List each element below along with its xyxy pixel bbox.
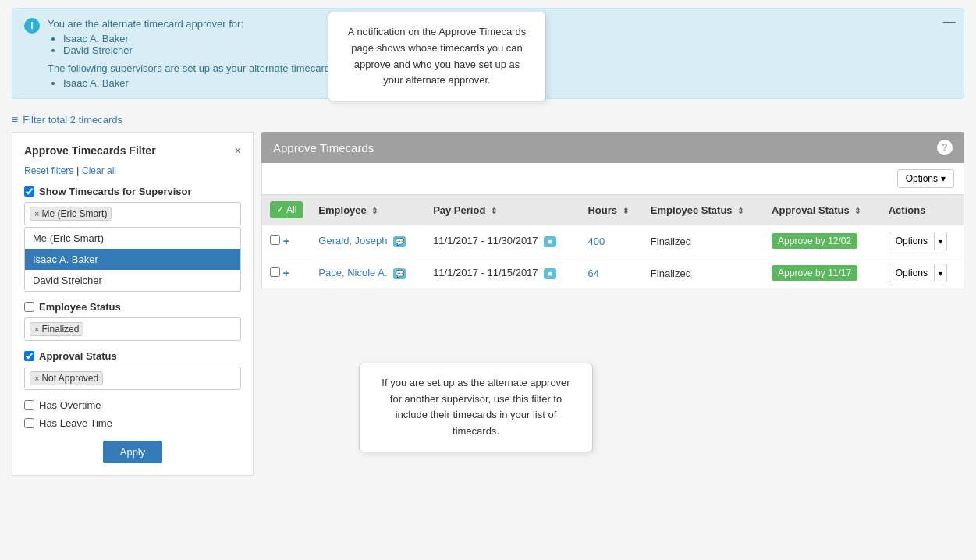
notification-close-button[interactable]: — [943,15,956,29]
row0-options-wrap: Options ▾ [889,232,956,250]
table-header-bar: Approve Timecards ? [261,132,964,163]
approval-status-tag-remove[interactable]: × [34,374,39,383]
approval-status-section: Approval Status × Not Approved [24,350,241,390]
row1-checkbox[interactable] [270,267,280,277]
row1-checkbox-cell: + [262,257,311,289]
employee-status-section: Employee Status × Finalized [24,301,241,341]
row1-employee: Pace, Nicole A. 💬 [311,257,425,289]
row1-hours: 64 [580,257,642,289]
options-caret-icon: ▾ [941,173,946,184]
row0-checkbox-cell: + [262,225,311,257]
row0-hours: 400 [580,225,642,257]
filter-panel-title: Approve Timecards Filter [24,144,156,157]
row1-approve-badge: Approve by 11/17 [772,265,857,281]
row0-employee: Gerald, Joseph 💬 [311,225,425,257]
table-title: Approve Timecards [273,141,374,154]
pay-period-sort-icon[interactable]: ⇕ [491,207,497,215]
row0-pay-period: 11/1/2017 - 11/30/2017 ■ [425,225,580,257]
has-overtime-checkbox[interactable] [24,400,34,410]
row0-options-caret[interactable]: ▾ [935,232,947,250]
supervisor-dropdown: Me (Eric Smart) Isaac A. Baker David Str… [24,227,241,292]
row1-employee-link[interactable]: Pace, Nicole A. [318,267,387,278]
notif-approver-1[interactable]: David Streicher [63,44,133,56]
row1-approval-status: Approve by 11/17 [764,257,881,289]
row1-chat-icon: 💬 [393,268,406,279]
row0-actions: Options ▾ [881,225,964,257]
supervisor-tag-remove[interactable]: × [34,209,39,218]
supervisor-tag[interactable]: × Me (Eric Smart) [30,207,112,221]
emp-status-sort-icon[interactable]: ⇕ [737,207,744,215]
th-checkbox: ✓ All [262,195,311,225]
has-leave-checkbox[interactable] [24,418,34,428]
hours-sort-icon[interactable]: ⇕ [623,207,629,215]
employee-status-input-wrap[interactable]: × Finalized [24,317,241,341]
tooltip-top: A notification on the Approve Timecards … [328,12,546,101]
row0-emp-status: Finalized [643,225,764,257]
employee-sort-icon[interactable]: ⇕ [371,207,378,215]
row0-approval-status: Approve by 12/02 [764,225,881,257]
filter-reset-bar: Reset filters | Clear all [24,165,241,176]
approval-sort-icon[interactable]: ⇕ [854,207,861,215]
has-overtime-label: Has Overtime [39,399,101,411]
table-row: + Pace, Nicole A. 💬 11/1/2017 - 11/15/20… [262,257,964,289]
row1-actions: Options ▾ [881,257,964,289]
row0-chat-icon: 💬 [393,236,406,247]
row1-options-wrap: Options ▾ [889,264,956,282]
table-header-row: ✓ All Employee ⇕ Pay Period ⇕ [262,195,964,225]
row0-expand-button[interactable]: + [283,235,289,247]
employee-status-tag[interactable]: × Finalized [30,322,83,336]
info-icon: i [24,18,40,34]
timecards-table: ✓ All Employee ⇕ Pay Period ⇕ [261,195,964,289]
supervisor-search-input[interactable] [115,208,236,219]
row1-emp-status: Finalized [643,257,764,289]
checkmark-icon: ✓ [276,204,284,215]
employee-status-tag-remove[interactable]: × [34,324,39,334]
row0-checkbox[interactable] [270,235,280,245]
filter-bar: ≡ Filter total 2 timecards [0,107,976,132]
th-pay-period: Pay Period ⇕ [425,195,580,225]
supervisor-input-wrap[interactable]: × Me (Eric Smart) [24,202,241,225]
apply-button[interactable]: Apply [103,441,163,463]
row0-note-icon: ■ [544,236,556,247]
th-actions: Actions [881,195,964,225]
supervisor-filter-section: Show Timecards for Supervisor × Me (Eric… [24,186,241,292]
approval-status-label: Approval Status [24,350,241,362]
approval-status-input-wrap[interactable]: × Not Approved [24,367,241,390]
filter-total-link[interactable]: Filter total 2 timecards [23,114,122,126]
approval-status-checkbox[interactable] [24,351,34,361]
row1-pay-period: 11/1/2017 - 11/15/2017 ■ [425,257,580,289]
dropdown-item-1[interactable]: Isaac A. Baker [25,249,240,270]
employee-status-label: Employee Status [24,301,241,313]
th-approval-status: Approval Status ⇕ [764,195,881,225]
filter-icon: ≡ [12,113,18,126]
row1-note-icon: ■ [544,268,556,279]
has-overtime-row: Has Overtime [24,399,241,411]
table-row: + Gerald, Joseph 💬 11/1/2017 - 11/30/201… [262,225,964,257]
row0-options-button[interactable]: Options [889,232,935,250]
reset-filters-link[interactable]: Reset filters [24,165,73,176]
table-toolbar: Options ▾ [261,163,964,195]
supervisor-filter-label: Show Timecards for Supervisor [24,186,241,197]
employee-status-checkbox[interactable] [24,302,34,312]
row1-expand-button[interactable]: + [283,267,289,279]
row1-options-button[interactable]: Options [889,264,935,282]
notif-alt-0[interactable]: Isaac A. Baker [63,77,129,89]
filter-panel-close-button[interactable]: × [235,144,241,157]
dropdown-item-0[interactable]: Me (Eric Smart) [25,228,240,249]
help-icon[interactable]: ? [937,140,953,155]
filter-panel: Approve Timecards Filter × Reset filters… [12,132,254,476]
dropdown-item-2[interactable]: David Streicher [25,270,240,291]
row0-employee-link[interactable]: Gerald, Joseph [318,235,387,246]
filter-panel-header: Approve Timecards Filter × [24,144,241,157]
tooltip-bottom: If you are set up as the alternate appro… [359,363,593,452]
approval-status-tag[interactable]: × Not Approved [30,371,103,385]
row0-approve-badge: Approve by 12/02 [772,233,857,249]
clear-all-link[interactable]: Clear all [82,165,116,176]
select-all-button[interactable]: ✓ All [270,201,303,218]
row1-options-caret[interactable]: ▾ [935,264,947,282]
th-emp-status: Employee Status ⇕ [643,195,764,225]
th-employee: Employee ⇕ [311,195,425,225]
notif-approver-0[interactable]: Isaac A. Baker [63,33,129,44]
table-options-button[interactable]: Options ▾ [897,169,954,188]
supervisor-checkbox[interactable] [24,186,34,197]
